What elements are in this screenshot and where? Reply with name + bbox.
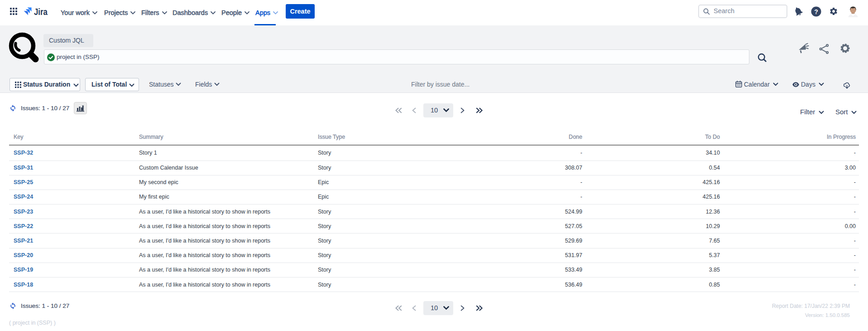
svg-text:?: ? xyxy=(814,8,818,15)
